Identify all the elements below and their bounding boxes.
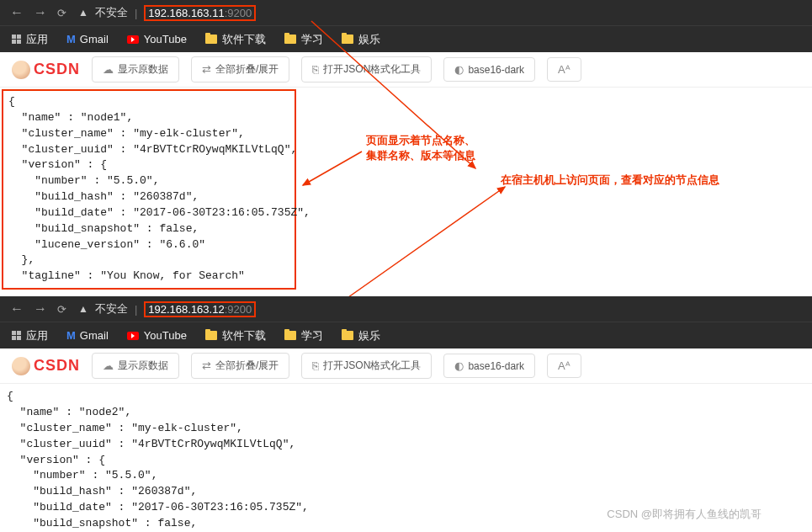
- json-response-1: { "name" : "node1", "cluster_name" : "my…: [2, 89, 296, 290]
- entertain-folder[interactable]: 娱乐: [342, 328, 380, 343]
- theme-icon: ◐: [454, 359, 464, 372]
- apps-icon: [12, 331, 21, 340]
- folder-icon: [205, 35, 217, 44]
- show-raw-button[interactable]: ☁显示原数据: [92, 56, 179, 82]
- entertain-label: 娱乐: [358, 32, 380, 47]
- collapse-expand-button[interactable]: ⇄全部折叠/展开: [191, 353, 289, 379]
- folder-icon: [205, 331, 217, 340]
- tool-icon: ⎘: [312, 359, 319, 372]
- bookmarks-bar-1: 应用 MGmail YouTube 软件下载 学习 娱乐: [0, 25, 812, 52]
- font-size-button[interactable]: Aᴬ: [547, 57, 581, 82]
- warning-icon: ▲: [78, 7, 88, 19]
- collapse-icon: ⇄: [202, 63, 211, 76]
- youtube-shortcut[interactable]: YouTube: [127, 329, 187, 342]
- theme-button[interactable]: ◐base16-dark: [443, 57, 535, 82]
- youtube-icon: [127, 35, 139, 44]
- collapse-icon: ⇄: [202, 359, 211, 372]
- csdn-watermark: CSDN @即将拥有人鱼线的凯哥: [607, 507, 762, 522]
- youtube-label: YouTube: [144, 329, 187, 342]
- forward-button[interactable]: →: [34, 301, 47, 317]
- folder-icon: [284, 35, 296, 44]
- folder-icon: [342, 331, 353, 340]
- back-button[interactable]: ←: [10, 5, 24, 20]
- theme-icon: ◐: [454, 63, 464, 76]
- collapse-expand-button[interactable]: ⇄全部折叠/展开: [191, 56, 289, 82]
- reload-button[interactable]: ⟳: [57, 7, 66, 19]
- apps-icon: [12, 35, 21, 44]
- font-icon: Aᴬ: [558, 359, 571, 372]
- insecure-label: 不安全: [95, 301, 128, 317]
- download-folder[interactable]: 软件下载: [205, 32, 266, 47]
- gmail-label: Gmail: [80, 329, 109, 342]
- youtube-icon: [127, 332, 139, 340]
- csdn-face-icon: [12, 61, 30, 79]
- show-raw-button[interactable]: ☁显示原数据: [92, 353, 179, 379]
- open-json-tool-button[interactable]: ⎘打开JSON格式化工具: [301, 56, 432, 82]
- annotation-host-access: 在宿主机机上访问页面，查看对应的节点信息: [501, 173, 719, 188]
- font-icon: Aᴬ: [558, 63, 571, 76]
- annotation-node-info: 页面显示着节点名称、 集群名称、版本等信息: [366, 133, 475, 163]
- reload-button[interactable]: ⟳: [57, 303, 66, 316]
- study-folder[interactable]: 学习: [284, 328, 323, 343]
- url-text: 192.168.163.12:9200: [144, 301, 256, 317]
- entertain-folder[interactable]: 娱乐: [342, 32, 380, 47]
- url-text: 192.168.163.11:9200: [144, 5, 256, 21]
- folder-icon: [342, 35, 353, 44]
- warning-icon: ▲: [78, 303, 88, 315]
- cloud-icon: ☁: [103, 359, 114, 372]
- csdn-brand-text: CSDN: [34, 61, 80, 78]
- apps-shortcut[interactable]: 应用: [12, 328, 48, 343]
- browser-window-2: ← → ⟳ ▲ 不安全 | 192.168.163.12:9200 应用 MGm…: [0, 296, 812, 532]
- tool-icon: ⎘: [312, 63, 319, 76]
- address-bar-2: ← → ⟳ ▲ 不安全 | 192.168.163.12:9200: [0, 296, 812, 322]
- csdn-brand-text: CSDN: [34, 357, 80, 375]
- csdn-logo[interactable]: CSDN: [12, 357, 80, 375]
- apps-shortcut[interactable]: 应用: [12, 32, 48, 47]
- folder-icon: [284, 331, 296, 340]
- entertain-label: 娱乐: [358, 328, 380, 343]
- gmail-shortcut[interactable]: MGmail: [66, 329, 109, 342]
- forward-button[interactable]: →: [34, 5, 47, 20]
- font-size-button[interactable]: Aᴬ: [547, 354, 581, 378]
- youtube-label: YouTube: [144, 33, 187, 45]
- divider: |: [135, 303, 137, 316]
- nav-controls: ← → ⟳: [10, 301, 66, 317]
- url-area[interactable]: ▲ 不安全 | 192.168.163.11:9200: [78, 5, 802, 21]
- theme-button[interactable]: ◐base16-dark: [443, 354, 535, 378]
- cloud-icon: ☁: [103, 63, 114, 76]
- download-label: 软件下载: [222, 328, 266, 343]
- gmail-shortcut[interactable]: MGmail: [66, 33, 109, 45]
- bookmarks-bar-2: 应用 MGmail YouTube 软件下载 学习 娱乐: [0, 322, 812, 348]
- open-json-tool-button[interactable]: ⎘打开JSON格式化工具: [301, 353, 432, 379]
- gmail-icon: M: [66, 33, 75, 45]
- nav-controls: ← → ⟳: [10, 5, 66, 20]
- study-label: 学习: [301, 328, 323, 343]
- download-folder[interactable]: 软件下载: [205, 328, 266, 343]
- insecure-label: 不安全: [95, 5, 128, 20]
- csdn-face-icon: [12, 357, 30, 375]
- study-label: 学习: [301, 32, 323, 47]
- url-area[interactable]: ▲ 不安全 | 192.168.163.12:9200: [78, 301, 802, 317]
- apps-label: 应用: [26, 328, 48, 343]
- download-label: 软件下载: [222, 32, 266, 47]
- study-folder[interactable]: 学习: [284, 32, 323, 47]
- back-button[interactable]: ←: [10, 301, 24, 317]
- divider: |: [135, 7, 137, 19]
- csdn-toolbar-1: CSDN ☁显示原数据 ⇄全部折叠/展开 ⎘打开JSON格式化工具 ◐base1…: [0, 52, 812, 88]
- gmail-label: Gmail: [80, 33, 109, 45]
- csdn-toolbar-2: CSDN ☁显示原数据 ⇄全部折叠/展开 ⎘打开JSON格式化工具 ◐base1…: [0, 348, 812, 384]
- address-bar-1: ← → ⟳ ▲ 不安全 | 192.168.163.11:9200: [0, 0, 812, 25]
- gmail-icon: M: [66, 329, 75, 342]
- apps-label: 应用: [26, 32, 48, 47]
- csdn-logo[interactable]: CSDN: [12, 61, 80, 79]
- youtube-shortcut[interactable]: YouTube: [127, 33, 187, 45]
